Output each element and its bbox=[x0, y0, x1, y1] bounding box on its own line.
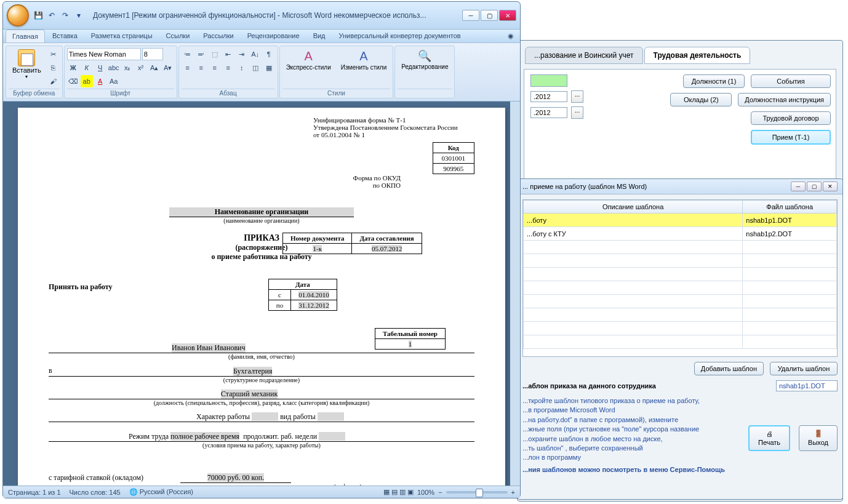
tab-home[interactable]: Главная bbox=[6, 30, 45, 42]
table-row[interactable] bbox=[524, 268, 837, 281]
tab-mail[interactable]: Рассылки bbox=[197, 30, 239, 42]
change-styles-button[interactable]: AИзменить стили bbox=[337, 48, 390, 72]
copy-icon[interactable]: ⎘ bbox=[47, 62, 60, 74]
tab-layout[interactable]: Разметка страницы bbox=[85, 30, 159, 42]
word-window: 💾 ↶ ↷ ▾ Документ1 [Режим ограниченной фу… bbox=[2, 1, 521, 498]
help-icon[interactable]: ◉ bbox=[504, 30, 518, 42]
table-row[interactable]: ...ботуnshab1p1.DOT bbox=[524, 214, 837, 227]
tab-refs[interactable]: Ссылки bbox=[160, 30, 196, 42]
zoom-out-icon[interactable]: − bbox=[438, 489, 442, 496]
template-file-field[interactable] bbox=[776, 380, 838, 391]
tab-employment[interactable]: Трудовая деятельность bbox=[644, 47, 751, 64]
multilevel-icon[interactable]: ⬚ bbox=[209, 48, 221, 60]
grow-font-icon[interactable]: A▴ bbox=[148, 62, 161, 74]
group-clipboard: Вставить▾ ✂ ⎘ 🖌 Буфер обмена bbox=[6, 46, 63, 98]
table-row[interactable] bbox=[524, 308, 837, 322]
table-row[interactable] bbox=[524, 322, 837, 335]
font-size-select[interactable] bbox=[142, 48, 163, 60]
font-color-icon[interactable]: A bbox=[94, 75, 106, 87]
zoom-in-icon[interactable]: + bbox=[511, 489, 515, 496]
borders-icon[interactable]: ▦ bbox=[263, 62, 275, 74]
print-button[interactable]: 🖨Печать bbox=[748, 425, 790, 451]
jobinstr-button[interactable]: Должностная инструкция bbox=[738, 93, 831, 106]
zoom-slider[interactable] bbox=[446, 491, 508, 494]
numbering-icon[interactable]: ≕ bbox=[195, 48, 207, 60]
delete-template-button[interactable]: Удалить шаблон bbox=[770, 362, 838, 375]
col-file[interactable]: Файл шаблона bbox=[743, 201, 837, 214]
shrink-font-icon[interactable]: A▾ bbox=[162, 62, 174, 74]
minimize-icon[interactable]: ─ bbox=[791, 182, 806, 191]
bold-icon[interactable]: Ж bbox=[67, 62, 79, 74]
status-page[interactable]: Страница: 1 из 1 bbox=[8, 489, 61, 496]
sort-icon[interactable]: A↓ bbox=[249, 48, 262, 60]
close-icon[interactable]: ✕ bbox=[823, 182, 838, 191]
template-grid[interactable]: Описание шаблонаФайл шаблона ...ботуnsha… bbox=[522, 199, 838, 357]
tab-review[interactable]: Рецензирование bbox=[241, 30, 306, 42]
minimize-icon[interactable]: ─ bbox=[462, 10, 479, 21]
add-template-button[interactable]: Добавить шаблон bbox=[694, 362, 764, 375]
redo-icon[interactable]: ↷ bbox=[60, 10, 71, 21]
table-row[interactable] bbox=[524, 335, 837, 349]
table-row[interactable] bbox=[524, 241, 837, 254]
events-button[interactable]: События bbox=[751, 74, 831, 88]
undo-icon[interactable]: ↶ bbox=[46, 10, 57, 21]
date-field-1[interactable] bbox=[530, 91, 567, 102]
zoom-level[interactable]: 100% bbox=[417, 489, 434, 496]
font-name-select[interactable] bbox=[67, 48, 141, 60]
group-paragraph: ≔ ≕ ⬚ ⇤ ⇥ A↓ ¶ ≡ ≡ ≡ ≡ ↕ ◫ ▦ А bbox=[178, 46, 278, 98]
table-row[interactable] bbox=[524, 254, 837, 268]
show-marks-icon[interactable]: ¶ bbox=[263, 48, 275, 60]
table-row[interactable] bbox=[524, 295, 837, 308]
shading-icon[interactable]: ◫ bbox=[249, 62, 262, 74]
tab-converter[interactable]: Универсальный конвертер документов bbox=[333, 30, 467, 42]
status-lang[interactable]: 🌐 Русский (Россия) bbox=[129, 488, 193, 496]
vertical-scrollbar[interactable] bbox=[510, 102, 520, 486]
maximize-icon[interactable]: ▢ bbox=[807, 182, 822, 191]
tab-education[interactable]: ...разование и Воинский учет bbox=[525, 47, 643, 64]
priem-button[interactable]: Прием (Т-1) bbox=[751, 130, 831, 145]
org-name-field[interactable]: Наименование организации bbox=[169, 207, 354, 217]
salaries-button[interactable]: Оклады (2) bbox=[670, 93, 732, 106]
express-styles-button[interactable]: AЭкспресс-стили bbox=[282, 48, 335, 72]
find-button[interactable]: 🔍Редактирование bbox=[398, 48, 452, 71]
change-case-icon[interactable]: Aa bbox=[108, 75, 120, 87]
align-left-icon[interactable]: ≡ bbox=[182, 62, 194, 74]
col-description[interactable]: Описание шаблона bbox=[524, 201, 743, 214]
qat-menu-icon[interactable]: ▾ bbox=[73, 10, 84, 21]
superscript-icon[interactable]: x² bbox=[135, 62, 147, 74]
justify-icon[interactable]: ≡ bbox=[222, 62, 234, 74]
underline-icon[interactable]: Ч bbox=[94, 62, 106, 74]
tab-view[interactable]: Вид bbox=[307, 30, 332, 42]
highlight-icon[interactable]: ab bbox=[81, 75, 93, 87]
tab-insert[interactable]: Вставка bbox=[46, 30, 84, 42]
date-picker-1[interactable]: ... bbox=[571, 90, 583, 103]
indent-inc-icon[interactable]: ⇥ bbox=[236, 48, 248, 60]
exit-button[interactable]: 🚪Выход bbox=[799, 425, 838, 451]
office-button[interactable] bbox=[7, 4, 29, 26]
status-words[interactable]: Число слов: 145 bbox=[70, 489, 121, 496]
paste-button[interactable]: Вставить▾ bbox=[9, 48, 45, 81]
align-center-icon[interactable]: ≡ bbox=[195, 62, 207, 74]
maximize-icon[interactable]: ▢ bbox=[481, 10, 498, 21]
document-area[interactable]: Унифицированная форма № Т-1Утверждена По… bbox=[3, 102, 520, 486]
bullets-icon[interactable]: ≔ bbox=[182, 48, 194, 60]
close-icon[interactable]: ✕ bbox=[499, 10, 516, 21]
table-row[interactable] bbox=[524, 281, 837, 295]
line-spacing-icon[interactable]: ↕ bbox=[236, 62, 248, 74]
align-right-icon[interactable]: ≡ bbox=[209, 62, 221, 74]
contract-button[interactable]: Трудовой договор bbox=[751, 111, 831, 125]
strike-icon[interactable]: abc bbox=[108, 62, 120, 74]
date-field-2[interactable] bbox=[530, 107, 567, 118]
table-row[interactable]: ...боту с КТУnshab1p2.DOT bbox=[524, 227, 837, 241]
clear-format-icon[interactable]: ⌫ bbox=[67, 75, 79, 87]
save-icon[interactable]: 💾 bbox=[33, 10, 44, 21]
subscript-icon[interactable]: x₂ bbox=[121, 62, 134, 74]
cut-icon[interactable]: ✂ bbox=[47, 48, 60, 60]
italic-icon[interactable]: К bbox=[81, 62, 93, 74]
green-field[interactable] bbox=[530, 74, 567, 87]
indent-dec-icon[interactable]: ⇤ bbox=[222, 48, 234, 60]
format-painter-icon[interactable]: 🖌 bbox=[47, 75, 60, 87]
positions-button[interactable]: Должности (1) bbox=[683, 74, 745, 88]
date-picker-2[interactable]: ... bbox=[571, 106, 583, 119]
view-icons[interactable]: ▦ ▤ ▥ ▣ bbox=[383, 488, 414, 496]
